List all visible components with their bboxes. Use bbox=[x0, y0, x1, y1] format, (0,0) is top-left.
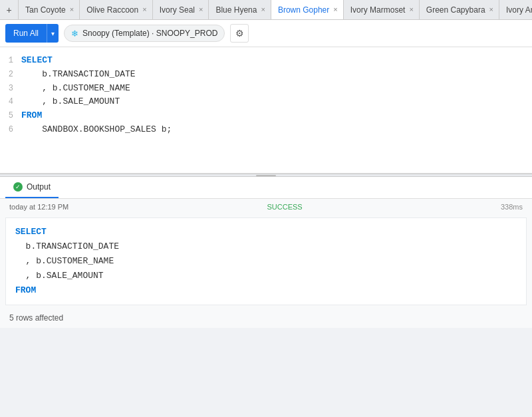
code-editor[interactable]: 1 SELECT 2 b.TRANSACTION_DATE 3 , b.CUST… bbox=[0, 47, 532, 144]
check-mark: ✓ bbox=[15, 184, 21, 190]
template-selector[interactable]: ❄ Snoopy (Template) · SNOOPY_PROD bbox=[64, 25, 225, 42]
tab-close-icon[interactable]: × bbox=[70, 6, 74, 13]
tab-close-icon[interactable]: × bbox=[409, 6, 413, 13]
line-number: 4 bbox=[0, 96, 21, 108]
tab-olive-raccoon[interactable]: Olive Raccoon × bbox=[80, 0, 152, 20]
tab-green-capybara[interactable]: Green Capybara × bbox=[420, 0, 499, 20]
run-all-group: Run All ▾ bbox=[5, 24, 59, 43]
line-number: 3 bbox=[0, 82, 21, 95]
result-query-line-5: FROM bbox=[15, 283, 517, 298]
code-text: b.TRANSACTION_DATE bbox=[21, 68, 136, 82]
code-line-5: 5 FROM bbox=[0, 109, 532, 123]
output-tab[interactable]: ✓ Output bbox=[5, 177, 59, 198]
tab-ivory-marmoset[interactable]: Ivory Marmoset × bbox=[344, 0, 420, 20]
line-number: 5 bbox=[0, 110, 21, 122]
add-tab-button[interactable]: + bbox=[0, 0, 19, 20]
code-line-3: 3 , b.CUSTOMER_NAME bbox=[0, 82, 532, 96]
result-query-line-1: SELECT bbox=[15, 225, 517, 239]
tab-ivory-antelope[interactable]: Ivory Antelope × bbox=[499, 0, 532, 20]
tab-label: Ivory Marmoset bbox=[350, 5, 406, 15]
result-text: , b.SALE_AMOUNT bbox=[15, 271, 104, 281]
run-dropdown-button[interactable]: ▾ bbox=[47, 24, 59, 43]
result-keyword: FROM bbox=[15, 285, 36, 295]
result-content: today at 12:19 PM SUCCESS 338ms SELECT b… bbox=[0, 199, 532, 328]
template-name: Snoopy (Template) · SNOOPY_PROD bbox=[82, 29, 217, 38]
result-query-box: SELECT b.TRANSACTION_DATE , b.CUSTOMER_N… bbox=[5, 217, 527, 305]
output-tabs: ✓ Output bbox=[0, 177, 532, 199]
tab-brown-gopher[interactable]: Brown Gopher × bbox=[271, 0, 344, 20]
run-all-button[interactable]: Run All bbox=[5, 24, 47, 43]
result-query-line-2: b.TRANSACTION_DATE bbox=[15, 239, 517, 254]
result-timestamp: today at 12:19 PM bbox=[9, 203, 68, 211]
editor-area[interactable]: 1 SELECT 2 b.TRANSACTION_DATE 3 , b.CUST… bbox=[0, 47, 532, 174]
settings-button[interactable]: ⚙ bbox=[230, 24, 249, 43]
tab-label: Olive Raccoon bbox=[86, 5, 138, 15]
result-header: today at 12:19 PM SUCCESS 338ms bbox=[0, 199, 532, 215]
line-number: 6 bbox=[0, 124, 21, 136]
code-keyword: SELECT bbox=[21, 54, 53, 68]
output-section: ✓ Output today at 12:19 PM SUCCESS 338ms… bbox=[0, 177, 532, 328]
code-text: , b.SALE_AMOUNT bbox=[21, 95, 120, 109]
line-number: 1 bbox=[0, 55, 21, 67]
tab-close-icon[interactable]: × bbox=[261, 6, 265, 13]
code-line-2: 2 b.TRANSACTION_DATE bbox=[0, 68, 532, 82]
code-text: SANDBOX.BOOKSHOP_SALES b; bbox=[21, 123, 172, 137]
tab-close-icon[interactable]: × bbox=[333, 6, 337, 13]
gear-icon: ⚙ bbox=[235, 28, 244, 39]
result-query-line-3: , b.CUSTOMER_NAME bbox=[15, 254, 517, 269]
result-duration: 338ms bbox=[501, 203, 523, 211]
toolbar: Run All ▾ ❄ Snoopy (Template) · SNOOPY_P… bbox=[0, 20, 532, 47]
code-text: , b.CUSTOMER_NAME bbox=[21, 82, 130, 96]
tab-label: Brown Gopher bbox=[278, 5, 329, 15]
result-status: SUCCESS bbox=[267, 203, 303, 211]
tab-label: Ivory Seal bbox=[160, 5, 195, 15]
output-tab-label: Output bbox=[27, 182, 51, 192]
tab-close-icon[interactable]: × bbox=[199, 6, 203, 13]
tab-label: Ivory Antelope bbox=[506, 5, 532, 15]
code-line-1: 1 SELECT bbox=[0, 54, 532, 68]
tab-blue-hyena[interactable]: Blue Hyena × bbox=[209, 0, 271, 20]
snowflake-icon: ❄ bbox=[71, 29, 78, 39]
result-query-line-4: , b.SALE_AMOUNT bbox=[15, 269, 517, 283]
tab-close-icon[interactable]: × bbox=[142, 6, 146, 13]
tab-close-icon[interactable]: × bbox=[489, 6, 493, 13]
code-line-6: 6 SANDBOX.BOOKSHOP_SALES b; bbox=[0, 123, 532, 137]
code-line-4: 4 , b.SALE_AMOUNT bbox=[0, 95, 532, 109]
tab-label: Green Capybara bbox=[426, 5, 485, 15]
code-keyword: FROM bbox=[21, 109, 42, 123]
page-bottom bbox=[0, 328, 532, 417]
line-number: 2 bbox=[0, 69, 21, 81]
result-keyword: SELECT bbox=[15, 227, 47, 237]
rows-affected: 5 rows affected bbox=[0, 308, 532, 328]
result-text: , b.CUSTOMER_NAME bbox=[15, 256, 114, 266]
result-text: b.TRANSACTION_DATE bbox=[15, 241, 119, 251]
tab-label: Blue Hyena bbox=[215, 5, 257, 15]
tab-label: Tan Coyote bbox=[25, 5, 66, 15]
tab-ivory-seal[interactable]: Ivory Seal × bbox=[153, 0, 209, 20]
tab-bar: + Tan Coyote × Olive Raccoon × Ivory Sea… bbox=[0, 0, 532, 20]
tab-tan-coyote[interactable]: Tan Coyote × bbox=[19, 0, 80, 20]
success-icon: ✓ bbox=[13, 182, 23, 192]
